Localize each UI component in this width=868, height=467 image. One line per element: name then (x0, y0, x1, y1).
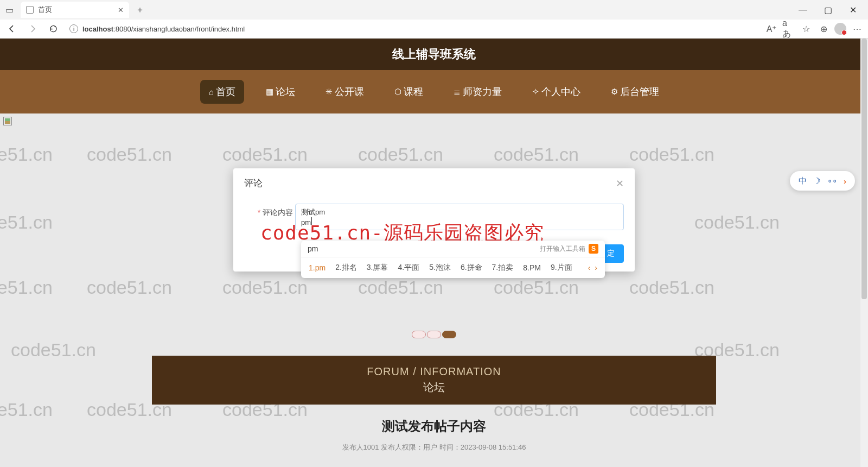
ime-candidate[interactable]: 8.PM (523, 263, 541, 272)
collections-icon[interactable]: ⊕ (817, 22, 830, 35)
tab-well: ▭ 首页 ✕ ＋ (3, 2, 148, 18)
minimize-button[interactable]: — (791, 2, 815, 18)
comment-label: 评论内容 (244, 204, 293, 218)
url-host: localhost:8080/xianshangfudaoban/front/i… (82, 25, 245, 33)
comment-textarea[interactable]: 测试pm pm (295, 204, 624, 230)
address-actions: A⁺ aあ ☆ ⊕ ⋯ (765, 22, 864, 35)
titlebar: ▭ 首页 ✕ ＋ — ▢ ✕ (0, 0, 868, 20)
modal-body: 评论内容 测试pm pm (233, 198, 635, 239)
ime-candidates: 1.pm 2.排名 3.屏幕 4.平面 5.泡沫 6.拼命 7.拍卖 8.PM … (301, 257, 605, 278)
moon-icon[interactable]: ☽ (813, 176, 820, 186)
window-controls: — ▢ ✕ (791, 2, 865, 18)
ime-panel: pm 打开输入工具箱 S 1.pm 2.排名 3.屏幕 4.平面 5.泡沫 6.… (301, 241, 605, 278)
ime-raw-input: pm (308, 244, 318, 253)
expand-arrow-icon[interactable]: › (844, 176, 846, 186)
modal-title: 评论 (244, 177, 263, 190)
forward-button[interactable] (25, 21, 40, 36)
more-menu-icon[interactable]: ⋯ (851, 22, 864, 35)
ime-candidate[interactable]: 1.pm (309, 263, 326, 272)
modal-header: 评论 ✕ (233, 168, 635, 198)
dots-icon[interactable]: ∘∘ (827, 176, 837, 186)
translate-icon[interactable]: aあ (782, 22, 795, 35)
sogou-logo-icon: S (589, 244, 598, 254)
address-bar: i localhost:8080/xianshangfudaoban/front… (0, 20, 868, 39)
browser-chrome: ▭ 首页 ✕ ＋ — ▢ ✕ i localhost:8080/xianshan… (0, 0, 868, 39)
ime-candidate[interactable]: 4.平面 (398, 263, 420, 273)
ime-toolbox[interactable]: 打开输入工具箱 S (540, 244, 598, 254)
ime-candidate[interactable]: 3.屏幕 (367, 263, 388, 273)
tab-actions-button[interactable]: ▭ (3, 4, 15, 16)
ime-next-icon[interactable]: › (595, 263, 597, 272)
ime-candidate[interactable]: 2.排名 (335, 263, 357, 273)
tab-title: 首页 (38, 5, 52, 15)
back-button[interactable] (4, 21, 20, 36)
ime-header: pm 打开输入工具箱 S (301, 241, 605, 257)
page-favicon-icon (26, 6, 34, 14)
site-info-icon[interactable]: i (69, 24, 78, 33)
url-field[interactable]: i localhost:8080/xianshangfudaoban/front… (66, 24, 760, 33)
text-caret (311, 217, 312, 225)
ime-candidate[interactable]: 9.片面 (551, 263, 572, 273)
ime-prev-icon[interactable]: ‹ (588, 263, 591, 272)
refresh-button[interactable] (46, 21, 61, 36)
ime-lang-indicator[interactable]: 中 (799, 176, 807, 186)
ime-candidate[interactable]: 6.拼命 (461, 263, 482, 273)
modal-close-icon[interactable]: ✕ (616, 178, 624, 190)
tab-close-icon[interactable]: ✕ (118, 6, 124, 14)
new-tab-button[interactable]: ＋ (132, 2, 148, 17)
profile-avatar[interactable] (834, 23, 846, 35)
ime-page-nav[interactable]: ‹ › (588, 263, 597, 272)
maximize-button[interactable]: ▢ (816, 2, 840, 18)
ime-candidate[interactable]: 7.拍卖 (492, 263, 514, 273)
close-window-button[interactable]: ✕ (841, 2, 865, 18)
ime-candidate[interactable]: 5.泡沫 (429, 263, 451, 273)
ime-float-toolbar[interactable]: 中 ☽ ∘∘ › (790, 171, 855, 191)
browser-tab[interactable]: 首页 ✕ (21, 2, 129, 18)
read-aloud-icon[interactable]: A⁺ (765, 22, 778, 35)
favorites-icon[interactable]: ☆ (800, 22, 813, 35)
